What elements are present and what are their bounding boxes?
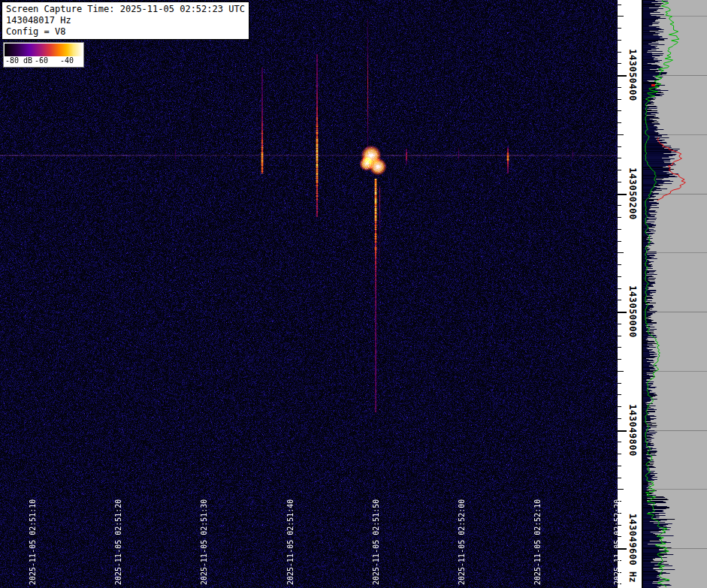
time-axis-labels: 2025-11-05 02:51:102025-11-05 02:51:2020…	[0, 0, 618, 588]
freq-tick	[618, 442, 621, 442]
freq-tick	[618, 229, 621, 230]
time-axis-label: 2025-11-05 02:51:50	[372, 499, 380, 585]
freq-axis-label: 143050400	[627, 49, 638, 101]
freq-tick	[618, 383, 621, 384]
freq-tick	[618, 146, 621, 147]
time-axis-label: 2025-11-05 02:51:20	[114, 499, 122, 585]
freq-tick	[618, 158, 621, 158]
capture-info-box: Screen Capture Time: 2025-11-05 02:52:23…	[2, 2, 249, 40]
freq-tick	[618, 5, 621, 5]
freq-tick	[618, 359, 621, 360]
freq-tick	[618, 288, 621, 289]
colorbar-gradient	[5, 44, 83, 56]
capture-time-text: Screen Capture Time: 2025-11-05 02:52:23…	[6, 4, 245, 15]
time-axis-label: 2025-11-05 02:51:10	[29, 499, 37, 585]
freq-tick	[618, 194, 627, 195]
freq-tick	[618, 16, 624, 17]
time-axis-label: 2025-11-05 02:51:40	[286, 499, 295, 585]
center-frequency-text: 143048017 Hz	[6, 15, 245, 26]
freq-tick	[618, 134, 624, 135]
freq-tick	[618, 336, 621, 336]
time-axis-label: 2025-11-05 02:52:10	[533, 499, 542, 585]
time-axis-label: 2025-11-05 02:51:30	[200, 499, 208, 585]
freq-tick	[618, 312, 627, 313]
freq-axis-label: 143049800	[627, 404, 638, 457]
freq-tick	[618, 264, 621, 265]
freq-tick	[618, 276, 621, 277]
freq-tick	[618, 52, 621, 53]
freq-tick	[618, 63, 621, 64]
freq-tick	[618, 454, 621, 454]
freq-tick	[618, 466, 621, 466]
time-axis-label: 2025-11-05 02:52:00	[458, 499, 466, 585]
freq-tick	[618, 205, 621, 206]
freq-tick	[618, 28, 621, 29]
colorbar-label-min: -80 dB	[5, 56, 32, 65]
freq-tick	[618, 252, 624, 253]
freq-tick	[618, 182, 621, 182]
freq-tick	[618, 241, 621, 242]
freq-tick	[618, 418, 621, 419]
freq-axis-label: 143049600 Hz	[627, 514, 638, 583]
freq-tick	[618, 394, 621, 395]
spectrum-capture-screen: 2025-11-05 02:51:102025-11-05 02:51:2020…	[0, 0, 707, 588]
freq-tick	[618, 406, 621, 407]
colorbar-labels: -80 dB -60 -40	[5, 56, 83, 66]
freq-tick	[618, 122, 621, 123]
freq-tick	[618, 170, 621, 170]
freq-tick	[618, 40, 621, 41]
config-text: Config = V8	[6, 26, 245, 38]
freq-tick	[618, 478, 621, 478]
freq-tick	[618, 371, 624, 372]
colorbar-label-max: -40	[60, 56, 74, 65]
freq-tick	[618, 75, 627, 77]
freq-tick	[618, 489, 624, 490]
freq-tick	[618, 99, 621, 100]
freq-axis-label: 143050200	[627, 167, 638, 220]
colorbar: -80 dB -60 -40	[3, 42, 84, 68]
time-axis-label: 2025-11-05 02:52:20	[613, 499, 621, 585]
freq-tick	[618, 300, 621, 300]
freq-tick	[618, 324, 621, 324]
freq-tick	[618, 87, 621, 88]
freq-axis-label: 143050000	[627, 285, 638, 338]
colorbar-label-mid: -60	[35, 56, 48, 65]
freq-tick	[618, 217, 621, 218]
freq-tick	[618, 430, 627, 432]
freq-tick	[618, 110, 621, 111]
spectrum-graph-panel	[642, 0, 707, 588]
freq-tick	[618, 347, 621, 348]
